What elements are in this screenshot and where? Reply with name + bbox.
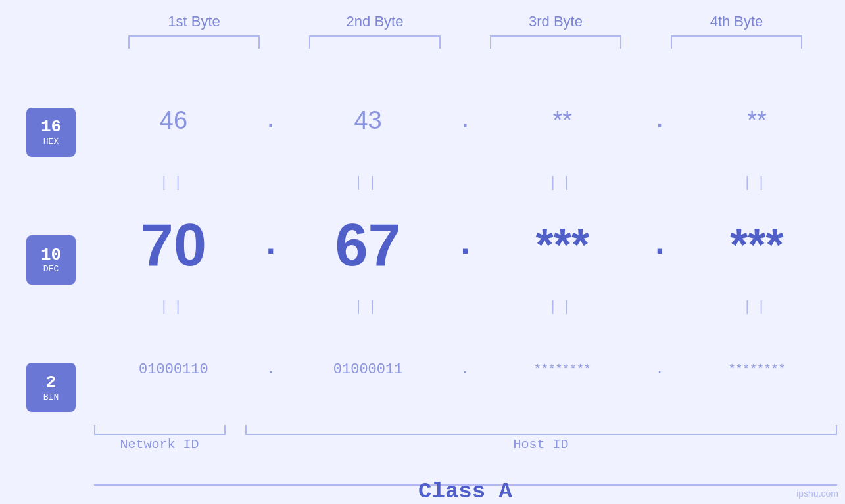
dec-row: 70 . 67 . *** . ***: [94, 193, 837, 297]
hex-b1: 46: [101, 106, 246, 135]
network-id-label: Network ID: [94, 437, 226, 452]
sep2-b2: ||: [296, 299, 441, 315]
bin-dot3: .: [650, 361, 669, 378]
hex-dot2: .: [455, 106, 475, 135]
col-header-2: 2nd Byte: [302, 13, 447, 30]
header-brackets: [104, 35, 827, 49]
col-header-1: 1st Byte: [122, 13, 266, 30]
dec-b3: ***: [490, 222, 635, 268]
dec-dot2: .: [455, 226, 475, 263]
separator-1: || || || ||: [94, 173, 837, 193]
hex-dot1: .: [261, 106, 281, 135]
bin-badge-label: BIN: [43, 392, 59, 402]
dec-b1: 70: [101, 216, 246, 275]
bin-b1: 01000110: [101, 361, 246, 378]
bin-b2: 01000011: [296, 361, 441, 378]
bracket-1: [128, 35, 260, 49]
bin-b3: ********: [490, 363, 635, 376]
class-label: Class A: [94, 479, 837, 504]
watermark: ipshu.com: [796, 488, 838, 499]
main-grid: 16 HEX 10 DEC 2 BIN 46 .: [9, 68, 837, 504]
bottom-labels-area: Network ID Host ID Class A: [94, 425, 837, 504]
hex-b3: **: [490, 106, 635, 135]
bin-badge: 2 BIN: [26, 363, 76, 412]
hex-badge-label: HEX: [43, 137, 59, 147]
data-area: 46 . 43 . ** . **: [94, 68, 837, 504]
hex-badge-number: 16: [41, 118, 61, 137]
hex-row: 46 . 43 . ** . **: [94, 68, 837, 173]
hex-b4: **: [685, 106, 829, 135]
bin-b4: ********: [685, 363, 829, 376]
host-id-label: Host ID: [245, 437, 837, 452]
dec-badge-label: DEC: [43, 264, 59, 274]
bracket-4: [671, 35, 802, 49]
sep2-b1: ||: [101, 299, 246, 315]
hex-dot3: .: [650, 106, 669, 135]
sep1-b1: ||: [101, 175, 246, 191]
dec-badge: 10 DEC: [26, 235, 76, 285]
dec-b4: ***: [685, 222, 829, 268]
main-container: 1st Byte 2nd Byte 3rd Byte 4th Byte 16 H…: [0, 0, 845, 504]
dec-dot3: .: [650, 226, 669, 263]
bin-badge-number: 2: [46, 373, 57, 392]
dec-dot1: .: [261, 226, 281, 263]
col-header-3: 3rd Byte: [483, 13, 628, 30]
bracket-3: [490, 35, 621, 49]
network-bracket: [94, 425, 226, 435]
bin-row: 01000110 . 01000011 . ******** .: [94, 317, 837, 422]
col-header-4: 4th Byte: [664, 13, 809, 30]
hex-badge: 16 HEX: [26, 108, 76, 157]
bracket-2: [309, 35, 441, 49]
separator-2: || || || ||: [94, 298, 837, 317]
bin-dot1: .: [261, 361, 281, 378]
sep2-b3: ||: [490, 299, 635, 315]
badges-column: 16 HEX 10 DEC 2 BIN: [9, 68, 94, 504]
sep2-b4: ||: [685, 299, 829, 315]
sep1-b4: ||: [685, 175, 829, 191]
column-headers: 1st Byte 2nd Byte 3rd Byte 4th Byte: [104, 13, 827, 30]
sep1-b2: ||: [296, 175, 441, 191]
hex-b2: 43: [296, 106, 441, 135]
sep1-b3: ||: [490, 175, 635, 191]
bin-dot2: .: [455, 361, 475, 378]
dec-badge-number: 10: [41, 246, 61, 265]
host-bracket: [245, 425, 837, 435]
dec-b2: 67: [296, 216, 441, 275]
